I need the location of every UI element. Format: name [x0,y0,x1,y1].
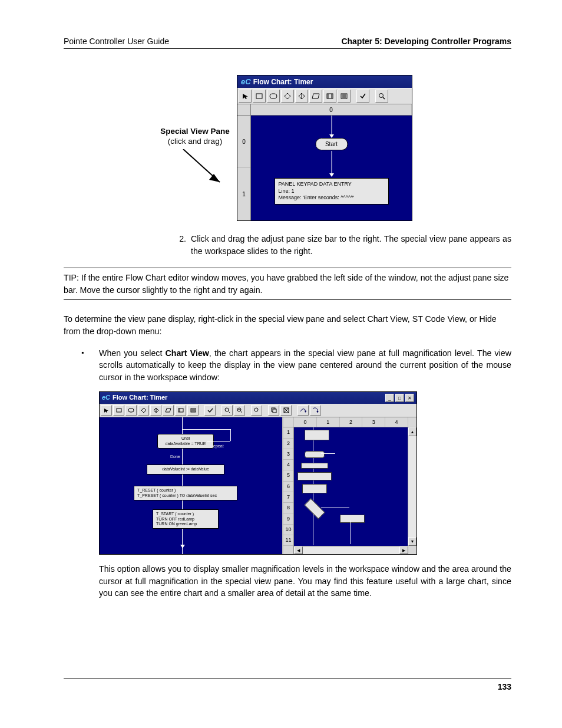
figure-1-toolbar [237,88,412,104]
page-footer: 133 [64,678,511,691]
svg-rect-19 [117,409,121,412]
svg-marker-43 [316,411,319,413]
start-block: T_START ( counter ) TURN OFF redLamp TUR… [153,509,219,529]
minimize-button[interactable]: _ [385,394,394,402]
figure-2-overview [294,427,408,546]
figure-1-window: eC Flow Chart: Timer [237,75,412,221]
callout-title: Special View Pane [157,127,233,136]
page-number: 133 [498,682,511,691]
find-icon[interactable] [251,405,262,416]
doc-icon[interactable] [323,90,336,103]
svg-line-33 [241,411,242,413]
scroll-up-icon[interactable]: ▲ [408,427,416,436]
bullet-marker-icon: ▪ [81,347,87,600]
callout-sub: (click and drag) [157,137,233,146]
header-left: Pointe Controller User Guide [64,37,169,46]
figure-2-titlebar: eC Flow Chart: Timer _ □ ✕ [100,392,416,404]
callout: Special View Pane (click and drag) [157,127,233,193]
svg-marker-5 [285,93,290,99]
close-button[interactable]: ✕ [405,394,414,402]
svg-point-16 [379,94,384,98]
svg-rect-27 [191,409,196,412]
diamond-icon[interactable] [138,405,149,416]
repeat-label: Repeat [210,443,224,449]
figure-1-titlebar: eC Flow Chart: Timer [237,75,412,88]
svg-rect-4 [270,94,277,98]
figure-2-window: eC Flow Chart: Timer _ □ ✕ [99,391,417,555]
copy-icon[interactable] [268,405,279,416]
figure-1-title: Flow Chart: Timer [253,78,313,86]
svg-marker-24 [166,409,171,412]
scroll-right-icon[interactable]: ▶ [399,546,408,554]
doc-icon[interactable] [175,405,186,416]
figure-2-special-view: 0 1 2 3 4 1 2 3 [283,417,416,554]
figure-2-vruler: 1 2 3 4 5 6 7 8 9 10 11 [283,427,294,546]
check-icon[interactable] [204,405,216,416]
figure-1-row: Special View Pane (click and drag) eC Fl… [157,75,511,221]
svg-marker-8 [312,94,319,98]
horizontal-scrollbar[interactable]: ◀ ▶ [294,546,408,554]
scroll-left-icon[interactable]: ◀ [294,546,303,554]
maximize-button[interactable]: □ [395,394,404,402]
diamond2-icon[interactable] [295,90,308,103]
flowchart-start-node: Start [315,138,348,150]
brand-icon: eC [241,77,251,86]
paragraph-view-options: To determine the view pane display, righ… [64,313,511,337]
svg-line-17 [383,97,385,99]
ordered-steps: Click and drag the adjust pane size bar … [157,233,511,257]
svg-point-35 [254,408,258,411]
paragraph-after-figure: This option allows you to display smalle… [99,563,511,599]
figure-2-workspace: Until dataAvailable = TRUE Repeat Done d… [100,417,283,554]
svg-marker-1 [209,174,220,182]
page-header: Pointe Controller User Guide Chapter 5: … [64,37,511,49]
vertical-scrollbar[interactable]: ▲ ▼ [408,427,416,546]
parallelogram-icon[interactable] [309,90,322,103]
zoom-icon[interactable] [375,90,388,103]
check-icon[interactable] [356,90,369,103]
rect-icon[interactable] [253,90,266,103]
parallelogram-icon[interactable] [163,405,174,416]
bullet-body: When you select Chart View, the chart ap… [99,347,511,600]
svg-marker-18 [104,409,108,413]
reset-block: T_RESET ( counter ) T_PRESET ( counter )… [134,486,237,500]
until-block: Until dataAvailable = TRUE [157,434,214,449]
flowchart-keypad-box: PANEL KEYPAD DATA ENTRY Line: 1 Message:… [275,178,389,205]
diamond-icon[interactable] [281,90,294,103]
roundrect-icon[interactable] [267,90,280,103]
assign-block: dataValueInt := dataValue [147,465,224,474]
fit-icon[interactable] [280,405,292,416]
zoom-in-icon[interactable] [222,405,233,416]
scroll-down-icon[interactable]: ▼ [408,537,416,546]
roundrect-icon[interactable] [125,405,137,416]
svg-rect-25 [178,409,183,412]
pointer-icon[interactable] [101,405,112,416]
pointer-icon[interactable] [239,90,252,103]
svg-point-30 [225,408,229,411]
list-icon[interactable] [338,90,351,103]
bullet-chart-view: ▪ When you select Chart View, the chart … [81,347,511,600]
svg-rect-3 [256,94,262,98]
svg-marker-21 [141,408,146,413]
diamond2-icon[interactable] [150,405,161,416]
step-over-icon[interactable] [297,405,309,416]
window-buttons: _ □ ✕ [385,394,414,402]
svg-rect-20 [128,409,134,412]
step-2: Click and drag the adjust pane size bar … [189,233,511,257]
figure-2-title: Flow Chart: Timer [113,393,167,403]
done-label: Done [170,454,180,460]
zoom-out-icon[interactable] [234,405,245,416]
list-icon[interactable] [187,405,199,416]
callout-arrow-icon [166,149,224,190]
step-into-icon[interactable] [310,405,321,416]
header-right: Chapter 5: Developing Controller Program… [341,37,511,46]
rect-icon[interactable] [113,405,124,416]
figure-1-canvas: Start PANEL KEYPAD DATA ENTRY Line: 1 Me… [251,116,412,220]
ruler-top-0: 0 [251,104,412,115]
svg-line-31 [229,411,230,413]
figure-2-toolbar [100,404,416,417]
svg-rect-37 [273,409,276,413]
figure-1-vruler: 0 1 [237,116,251,220]
figure-2-hruler: 0 1 2 3 4 [283,417,408,427]
brand-icon: eC [102,393,110,403]
svg-marker-2 [243,94,248,99]
